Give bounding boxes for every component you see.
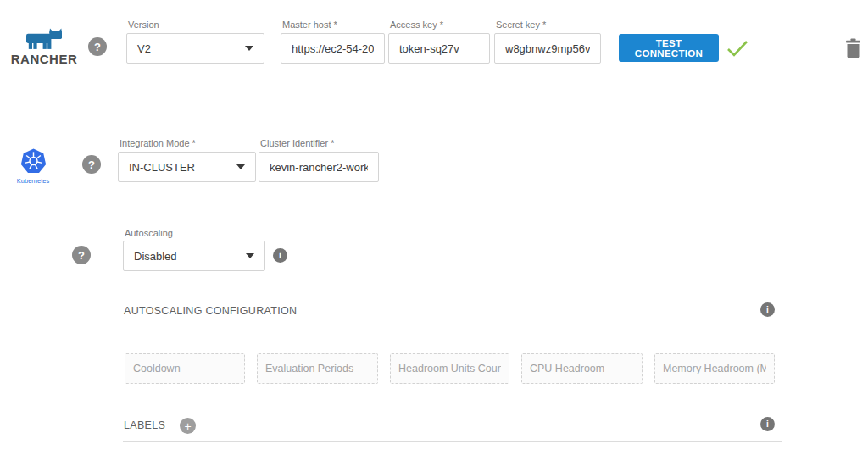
autoscaling-help-icon[interactable]: ? [72,246,91,264]
secret-key-field [494,33,601,64]
help-glyph: ? [88,158,95,171]
master-host-input[interactable] [281,42,384,55]
help-glyph: ? [94,41,101,53]
version-label: Version [128,19,159,30]
integration-settings-panel: RANCHER ? Version V2 Master host * Acces… [0,0,868,466]
version-value: V2 [137,42,151,55]
autoscaling-label: Autoscaling [125,228,173,238]
kubernetes-help-icon[interactable]: ? [82,155,101,174]
integration-mode-label: Integration Mode * [120,138,196,148]
evaluation-periods-input [258,363,377,374]
info-glyph: i [766,305,769,314]
rancher-wordmark: RANCHER [11,52,78,66]
integration-mode-value: IN-CLUSTER [129,161,195,174]
headroom-units-count-input [391,363,509,374]
chevron-down-icon [246,253,254,258]
memory-headroom-field [654,353,775,384]
master-host-field [281,33,385,64]
headroom-units-count-field [390,353,509,384]
autoscaling-info-icon[interactable]: i [273,248,287,263]
memory-headroom-input [655,363,774,374]
integration-mode-select[interactable]: IN-CLUSTER [118,152,256,182]
autoscaling-config-info-icon[interactable]: i [760,302,775,317]
info-glyph: i [279,251,281,260]
secret-key-label: Secret key * [496,19,546,30]
delete-integration-button[interactable] [846,38,860,62]
autoscaling-value: Disabled [134,250,177,263]
kubernetes-wordmark: Kubernetes [17,177,49,185]
section-divider [123,441,782,442]
secret-key-input[interactable] [495,42,600,55]
access-key-field [388,33,490,64]
chevron-down-icon [236,164,245,169]
access-key-label: Access key * [390,19,443,30]
rancher-help-icon[interactable]: ? [88,37,107,56]
autoscaling-select[interactable]: Disabled [123,241,265,271]
section-divider [123,325,782,325]
rancher-bull-icon [25,27,64,51]
kubernetes-logo: Kubernetes [8,147,58,185]
version-select[interactable]: V2 [126,33,264,64]
plus-glyph: + [184,419,191,433]
cluster-identifier-field [259,152,379,182]
autoscaling-config-title: AUTOSCALING CONFIGURATION [124,305,297,317]
help-glyph: ? [78,249,85,262]
cpu-headroom-field [521,353,643,384]
add-label-button[interactable]: + [180,418,196,434]
connection-success-check-icon [726,39,748,58]
kubernetes-helm-icon [19,147,47,175]
cluster-identifier-label: Cluster Identifier * [260,138,334,148]
cpu-headroom-input [522,363,642,374]
test-connection-button[interactable]: TEST CONNECTION [619,34,719,62]
rancher-logo: RANCHER [12,27,76,66]
cooldown-input [125,363,244,374]
labels-info-icon[interactable]: i [760,417,775,431]
cluster-identifier-input[interactable] [259,161,378,174]
info-glyph: i [766,419,769,429]
labels-title: LABELS [124,419,165,431]
cooldown-field [125,353,245,384]
evaluation-periods-field [257,353,378,384]
chevron-down-icon [245,46,253,51]
access-key-input[interactable] [389,42,489,55]
master-host-label: Master host * [282,19,337,30]
trash-icon [846,38,860,58]
